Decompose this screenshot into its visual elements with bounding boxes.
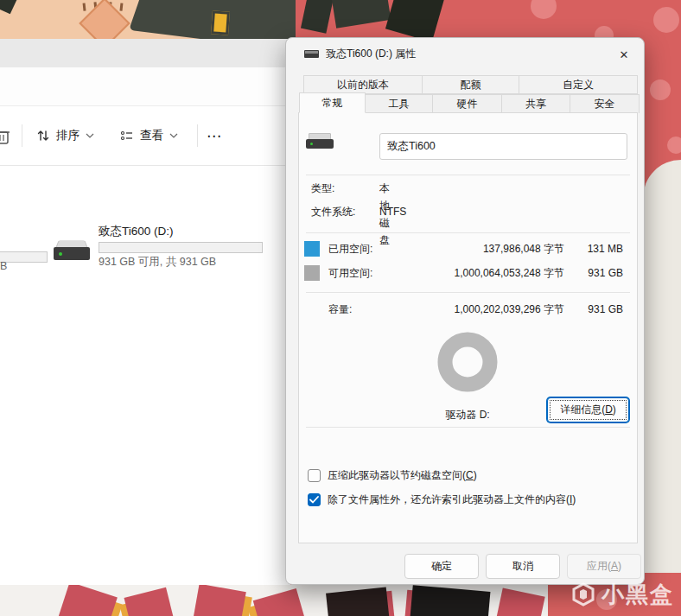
used-space-label: 已用空间:: [328, 242, 406, 257]
compress-checkbox-row[interactable]: 压缩此驱动器以节约磁盘空间(C): [308, 467, 477, 483]
divider: [306, 232, 630, 233]
disk-usage-donut-chart: [436, 331, 499, 393]
capacity-row: 容量: 1,000,202,039,296 字节 931 GB: [304, 300, 627, 319]
type-row: 类型: 本地磁盘: [311, 180, 334, 197]
toolbar-separator: [22, 124, 22, 147]
free-space-bytes: 1,000,064,053,248 字节: [415, 266, 564, 281]
sort-label: 排序: [56, 128, 80, 143]
index-checkbox[interactable]: [308, 493, 321, 506]
view-icon: [120, 129, 134, 143]
details-button[interactable]: 详细信息(D): [547, 397, 629, 422]
filesystem-value: NTFS: [379, 203, 406, 220]
tab-sharing[interactable]: 共享: [501, 94, 570, 113]
delete-icon[interactable]: [0, 127, 11, 146]
used-space-swatch: [304, 241, 320, 257]
tab-customize[interactable]: 自定义: [519, 75, 638, 94]
wallpaper-dot: [531, 0, 557, 19]
wallpaper-hair-corner: [0, 0, 19, 14]
capacity-label: 容量:: [328, 302, 406, 317]
divider: [306, 292, 630, 293]
drive-icon: [306, 132, 334, 151]
wallpaper-dot: [667, 137, 681, 154]
file-explorer-window: 排序 查看 ⋯ B: [0, 39, 290, 585]
free-space-row: 可用空间: 1,000,064,053,248 字节 931 GB: [304, 264, 627, 283]
drive-name: 致态Ti600 (D:): [99, 224, 273, 239]
drive-letter-label: 驱动器 D:: [403, 408, 532, 422]
more-options-button[interactable]: ⋯: [198, 120, 231, 152]
tab-previous-versions[interactable]: 以前的版本: [303, 75, 423, 94]
drive-label-input[interactable]: [379, 133, 627, 160]
capacity-bytes: 1,000,202,039,296 字节: [415, 302, 564, 317]
type-label: 类型:: [311, 182, 334, 194]
divider: [306, 427, 630, 428]
drive-capacity-bar: [99, 242, 263, 253]
cancel-button[interactable]: 取消: [486, 554, 560, 579]
screen: 小黑盒 排序: [0, 0, 681, 616]
wallpaper-hair-strand: [301, 0, 334, 34]
index-checkbox-row[interactable]: 除了文件属性外，还允许索引此驱动器上文件的内容(I): [308, 492, 576, 507]
wallpaper-dot: [653, 7, 679, 33]
view-label: 查看: [140, 128, 163, 143]
tab-quota[interactable]: 配额: [422, 75, 519, 94]
tab-general[interactable]: 常规: [299, 92, 366, 113]
drive-icon: [54, 238, 90, 265]
tab-row-secondary: 以前的版本 配额 自定义: [303, 75, 637, 94]
explorer-titlebar: [0, 39, 290, 67]
free-space-label: 可用空间:: [328, 266, 406, 281]
divider: [306, 175, 630, 175]
general-tab-panel: 类型: 本地磁盘 文件系统: NTFS 已用空间: 137,986,048 字节…: [298, 112, 638, 543]
free-space-swatch: [304, 265, 320, 281]
wallpaper-dot: [650, 79, 671, 100]
drive-capacity-text: 931 GB 可用, 共 931 GB: [99, 255, 273, 270]
free-space-size: 931 GB: [573, 267, 627, 279]
explorer-toolbar: 排序 查看 ⋯: [0, 106, 290, 166]
filesystem-row: 文件系统: NTFS: [311, 203, 355, 220]
heybox-logo-icon: [570, 581, 596, 607]
chevron-down-icon: [169, 133, 178, 138]
view-button[interactable]: 查看: [111, 121, 187, 150]
compress-checkbox-label: 压缩此驱动器以节约磁盘空间(C): [328, 468, 477, 483]
ok-button[interactable]: 确定: [404, 554, 479, 579]
wallpaper-hair-strand: [385, 0, 444, 42]
sort-button[interactable]: 排序: [28, 121, 103, 150]
capacity-size: 931 GB: [573, 303, 627, 315]
chevron-down-icon: [86, 133, 94, 138]
compress-checkbox[interactable]: [308, 469, 321, 482]
watermark-text: 小黑盒: [601, 580, 674, 610]
wallpaper-white-shape: [643, 160, 681, 573]
check-icon: [309, 496, 319, 504]
used-space-bytes: 137,986,048 字节: [415, 242, 564, 257]
wallpaper-glasses-gem: [211, 10, 230, 35]
index-checkbox-label: 除了文件属性外，还允许索引此驱动器上文件的内容(I): [328, 492, 576, 507]
explorer-address-strip: [0, 67, 290, 106]
wallpaper-graffiti: [0, 585, 548, 616]
filesystem-label: 文件系统:: [311, 206, 355, 218]
drive-mini-icon: [304, 50, 319, 58]
drive-caption-partial: B: [0, 260, 7, 272]
dialog-title: 致态Ti600 (D:) 属性: [326, 47, 416, 61]
close-button[interactable]: ✕: [611, 42, 637, 67]
tab-row-primary: 常规 工具 硬件 共享 安全: [299, 94, 639, 113]
tab-hardware[interactable]: 硬件: [432, 94, 502, 113]
drive-list-item[interactable]: 致态Ti600 (D:) 931 GB 可用, 共 931 GB: [54, 224, 273, 279]
used-space-row: 已用空间: 137,986,048 字节 131 MB: [304, 239, 627, 258]
wallpaper-hair-strand: [332, 0, 391, 29]
tab-tools[interactable]: 工具: [365, 94, 433, 113]
sort-icon: [36, 129, 50, 143]
watermark: 小黑盒: [570, 575, 679, 613]
wallpaper-face: [0, 0, 296, 40]
close-icon: ✕: [620, 48, 629, 61]
properties-dialog: 致态Ti600 (D:) 属性 ✕ 以前的版本 配额 自定义 常规 工具 硬件 …: [285, 37, 645, 585]
used-space-size: 131 MB: [573, 243, 627, 255]
tab-security[interactable]: 安全: [570, 94, 640, 113]
dialog-titlebar: 致态Ti600 (D:) 属性 ✕: [286, 38, 644, 69]
